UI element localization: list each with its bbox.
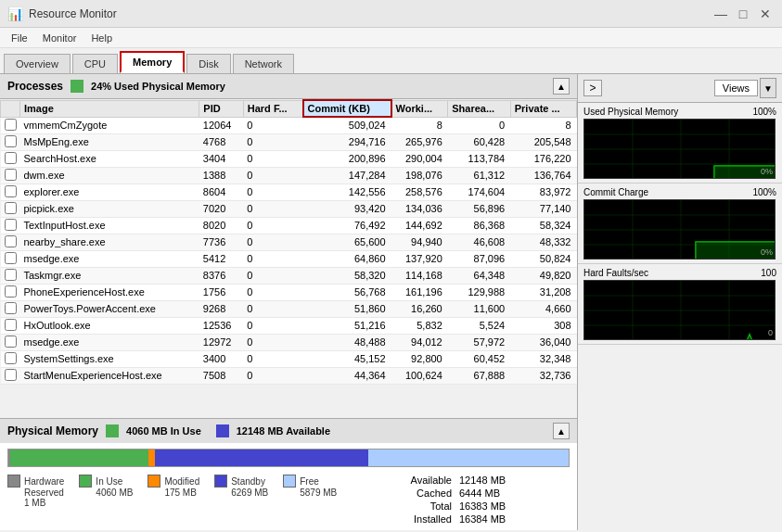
col-pid[interactable]: PID	[199, 100, 243, 117]
tab-cpu[interactable]: CPU	[72, 54, 118, 73]
menu-file[interactable]: File	[4, 31, 35, 45]
table-row[interactable]: SystemSettings.exe 3400 0 45,152 92,800 …	[1, 350, 577, 367]
table-row[interactable]: dwm.exe 1388 0 147,284 198,076 61,312 13…	[1, 167, 577, 184]
row-checkbox[interactable]	[1, 284, 20, 300]
row-checkbox[interactable]	[1, 367, 20, 384]
table-row[interactable]: vmmemCmZygote 12064 0 509,024 8 0 8	[1, 117, 577, 133]
tab-disk[interactable]: Disk	[186, 54, 230, 73]
table-row[interactable]: TextInputHost.exe 8020 0 76,492 144,692 …	[1, 217, 577, 234]
views-button[interactable]: Views	[714, 80, 758, 96]
row-checkbox[interactable]	[1, 184, 20, 200]
col-image[interactable]: Image	[20, 100, 199, 117]
table-row[interactable]: explorer.exe 8604 0 142,556 258,576 174,…	[1, 184, 577, 200]
chart-zero-3: 0	[768, 328, 773, 337]
table-row[interactable]: msedge.exe 12972 0 48,488 94,012 57,972 …	[1, 334, 577, 350]
table-row[interactable]: nearby_share.exe 7736 0 65,600 94,940 46…	[1, 234, 577, 250]
tab-memory[interactable]: Memory	[120, 51, 185, 73]
row-image: MsMpEng.exe	[20, 133, 199, 150]
processes-header: Processes 24% Used Physical Memory ▲	[0, 74, 577, 99]
row-commit: 58,320	[303, 267, 391, 284]
col-checkbox[interactable]	[1, 100, 20, 117]
col-sharable[interactable]: Sharea...	[448, 100, 510, 117]
maximize-button[interactable]: □	[734, 6, 752, 22]
menu-help[interactable]: Help	[83, 31, 120, 45]
row-sharable: 61,312	[448, 167, 510, 184]
stat-installed-label: Installed	[391, 513, 452, 525]
memory-legend: Hardware Reserved 1 MB In Use 4060	[7, 475, 384, 508]
tab-network[interactable]: Network	[233, 54, 294, 73]
svg-marker-20	[584, 335, 776, 340]
memory-stats: Available 12148 MB Cached 6444 MB Total …	[391, 475, 570, 525]
table-row[interactable]: picpick.exe 7020 0 93,420 134,036 56,896…	[1, 200, 577, 217]
views-dropdown-arrow[interactable]: ▼	[760, 78, 776, 98]
row-working: 94,012	[391, 334, 448, 350]
minimize-button[interactable]: —	[711, 6, 730, 22]
table-row[interactable]: PhoneExperienceHost.exe 1756 0 56,768 16…	[1, 284, 577, 300]
process-table: Image PID Hard F... Commit (KB) Worki...…	[0, 99, 577, 385]
col-working[interactable]: Worki...	[391, 100, 448, 117]
row-private: 48,332	[510, 234, 576, 250]
row-private: 58,324	[510, 217, 576, 234]
row-checkbox[interactable]	[1, 334, 20, 350]
menu-monitor[interactable]: Monitor	[35, 31, 84, 45]
row-sharable: 113,784	[448, 150, 510, 167]
col-hard[interactable]: Hard F...	[243, 100, 302, 117]
row-checkbox[interactable]	[1, 150, 20, 167]
stat-installed: Installed 16384 MB	[391, 513, 570, 525]
chart-bg-3: 0	[583, 280, 776, 340]
legend-hw-box	[7, 475, 20, 488]
stat-cached: Cached 6444 MB	[391, 488, 570, 499]
row-hard: 0	[243, 350, 302, 367]
row-sharable: 56,896	[448, 200, 510, 217]
processes-collapse-button[interactable]: ▲	[553, 78, 570, 95]
bar-modified	[148, 450, 155, 466]
row-checkbox[interactable]	[1, 267, 20, 284]
row-checkbox[interactable]	[1, 350, 20, 367]
table-row[interactable]: PowerToys.PowerAccent.exe 9268 0 51,860 …	[1, 300, 577, 317]
row-checkbox[interactable]	[1, 250, 20, 267]
row-checkbox[interactable]	[1, 317, 20, 334]
row-pid: 9268	[199, 300, 243, 317]
row-sharable: 129,988	[448, 284, 510, 300]
expand-button[interactable]: >	[583, 80, 602, 96]
row-image: PhoneExperienceHost.exe	[20, 284, 199, 300]
stat-total: Total 16383 MB	[391, 500, 570, 512]
row-checkbox[interactable]	[1, 167, 20, 184]
row-pid: 3400	[199, 350, 243, 367]
table-row[interactable]: StartMenuExperienceHost.exe 7508 0 44,36…	[1, 367, 577, 384]
chart-zero-1: 0%	[761, 167, 773, 176]
table-row[interactable]: SearchHost.exe 3404 0 200,896 290,004 11…	[1, 150, 577, 167]
row-checkbox[interactable]	[1, 200, 20, 217]
process-table-container[interactable]: Image PID Hard F... Commit (KB) Worki...…	[0, 99, 577, 418]
stats-area: Available 12148 MB Cached 6444 MB Total …	[384, 475, 570, 525]
row-commit: 147,284	[303, 167, 391, 184]
chart-svg-3	[584, 281, 776, 340]
row-commit: 76,492	[303, 217, 391, 234]
row-private: 77,140	[510, 200, 576, 217]
row-checkbox[interactable]	[1, 234, 20, 250]
row-private: 308	[510, 317, 576, 334]
physical-memory-collapse-button[interactable]: ▲	[553, 423, 570, 439]
row-image: SystemSettings.exe	[20, 350, 199, 367]
row-hard: 0	[243, 234, 302, 250]
row-private: 50,824	[510, 250, 576, 267]
table-row[interactable]: Taskmgr.exe 8376 0 58,320 114,168 64,348…	[1, 267, 577, 284]
close-button[interactable]: ✕	[756, 6, 775, 22]
row-private: 176,220	[510, 150, 576, 167]
row-checkbox[interactable]	[1, 133, 20, 150]
tab-overview[interactable]: Overview	[4, 54, 71, 73]
col-commit[interactable]: Commit (KB)	[303, 100, 391, 117]
row-pid: 8604	[199, 184, 243, 200]
table-row[interactable]: HxOutlook.exe 12536 0 51,216 5,832 5,524…	[1, 317, 577, 334]
table-row[interactable]: msedge.exe 5412 0 64,860 137,920 87,096 …	[1, 250, 577, 267]
row-checkbox[interactable]	[1, 300, 20, 317]
table-row[interactable]: MsMpEng.exe 4768 0 294,716 265,976 60,42…	[1, 133, 577, 150]
legend-free-box	[283, 475, 296, 488]
row-checkbox[interactable]	[1, 117, 20, 133]
row-commit: 294,716	[303, 133, 391, 150]
chart-zero-2: 0%	[761, 247, 773, 257]
row-checkbox[interactable]	[1, 217, 20, 234]
legend-free-value: 5879 MB	[300, 488, 337, 498]
chart-bg-1: 0%	[583, 119, 776, 179]
col-private[interactable]: Private ...	[510, 100, 576, 117]
